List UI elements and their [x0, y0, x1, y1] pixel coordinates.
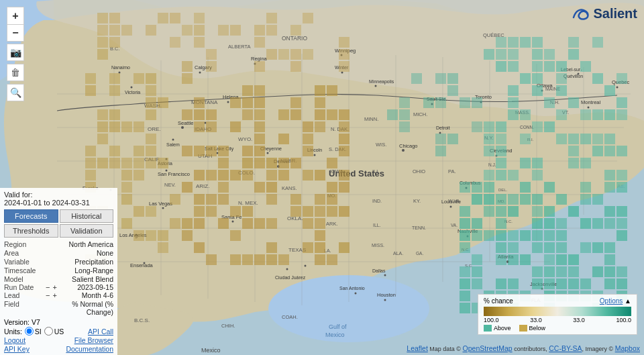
attribution: Leaflet Map data © OpenStreetMap contrib… [407, 344, 640, 352]
logout-link[interactable]: Logout [4, 336, 25, 344]
lead-label: Lead [4, 291, 44, 299]
variable-label: Variable [4, 258, 44, 266]
camera-button[interactable]: 📷 [7, 44, 24, 61]
api-call-link[interactable]: API Call [88, 327, 113, 336]
attribution-contributors: contributors, [514, 346, 547, 352]
legend-labels: 100.0 33.0 33.0 100.0 [484, 317, 631, 323]
lead-row: Lead − + Month 4-6 [4, 291, 113, 299]
version-label: Version: [4, 318, 30, 326]
salient-text: Salient [593, 6, 637, 21]
legend-value-mid-left: 33.0 [530, 317, 542, 323]
units-us-radio[interactable] [44, 327, 53, 336]
tab-row-2: Thresholds Validation [4, 224, 113, 238]
documentation-link[interactable]: Documentation [66, 345, 113, 353]
mapbox-link[interactable]: Mapbox [615, 344, 640, 352]
area-value: None [44, 249, 113, 257]
info-grid: Region North America Area None Variable … [4, 240, 113, 283]
left-panel: Valid for: 2024-01-01 to 2024-03-31 Fore… [0, 188, 117, 355]
units-si-radio[interactable] [25, 327, 34, 336]
valid-for-section: Valid for: 2024-01-01 to 2024-03-31 [4, 191, 113, 207]
field-value: % Normal (% Change) [44, 300, 113, 316]
units-label: Units: [4, 327, 22, 336]
variable-value: Precipitation [44, 258, 113, 266]
version-row: Version: V7 [4, 318, 113, 326]
search-map-button[interactable]: 🔍 [7, 84, 24, 101]
attribution-map-data: Map data © [429, 346, 461, 352]
units-si-text: SI [35, 327, 42, 336]
run-date-prev[interactable]: − [44, 283, 51, 291]
zoom-out-button[interactable]: − [7, 24, 24, 42]
options-button[interactable]: Options [600, 297, 623, 305]
timescale-label: Timescale [4, 266, 44, 274]
lead-prev[interactable]: − [44, 291, 51, 299]
ccbysa-link[interactable]: CC-BY-SA [549, 344, 582, 352]
legend: % chance Options ▲ 100.0 33.0 33.0 100.0… [478, 294, 637, 335]
delete-button[interactable]: 🗑 [7, 64, 24, 81]
model-label: Model [4, 275, 44, 283]
legend-icons-row: Above Below [484, 325, 631, 332]
version-value: V7 [32, 318, 40, 326]
legend-value-right: 100.0 [616, 317, 631, 323]
salient-logo-icon [570, 5, 590, 21]
legend-arrow: ▲ [625, 297, 631, 305]
timescale-value: Long-Range [44, 266, 113, 274]
leaflet-link[interactable]: Leaflet [407, 344, 428, 352]
zoom-in-button[interactable]: + [7, 7, 24, 24]
salient-logo: Salient [570, 5, 637, 21]
tab-validation[interactable]: Validation [60, 224, 114, 238]
attribution-imagery: Imagery © [585, 346, 613, 352]
map-tools: 📷 🗑 🔍 [7, 44, 24, 101]
zoom-controls: + − [7, 7, 24, 42]
area-label: Area [4, 249, 44, 257]
units-si-label[interactable]: SI [25, 327, 42, 336]
map-container[interactable]: Pacific Atl. Gulf of Mexico Seattle Sale… [0, 0, 644, 355]
legend-title-row: % chance Options ▲ [484, 297, 631, 305]
legend-title: % chance [484, 297, 513, 305]
run-date-label: Run Date [4, 283, 44, 291]
links-row-2: Logout File Browser [4, 336, 113, 344]
run-date-row: Run Date − + 2023-09-15 [4, 283, 113, 291]
region-value: North America [44, 240, 113, 248]
links-row-3: API Key Documentation [4, 345, 113, 353]
file-browser-link[interactable]: File Browser [74, 336, 113, 344]
legend-gradient-bar [484, 307, 631, 316]
units-us-label[interactable]: US [44, 327, 64, 336]
legend-value-mid-right: 33.0 [573, 317, 585, 323]
tab-forecasts[interactable]: Forecasts [4, 209, 58, 223]
run-date-next[interactable]: + [51, 283, 58, 291]
legend-value-left: 100.0 [484, 317, 499, 323]
field-label: Field [4, 300, 44, 316]
units-row: Units: SI US API Call [4, 327, 113, 336]
legend-above-label: Above [494, 325, 511, 332]
tab-thresholds[interactable]: Thresholds [4, 224, 58, 238]
api-key-link[interactable]: API Key [4, 345, 30, 353]
legend-swatch-below [519, 325, 527, 332]
valid-for-date: 2024-01-01 to 2024-03-31 [4, 199, 113, 207]
osm-link[interactable]: OpenStreetMap [463, 344, 513, 352]
run-date-value: 2023-09-15 [58, 283, 113, 291]
valid-for-label: Valid for: [4, 191, 113, 199]
lead-next[interactable]: + [51, 291, 58, 299]
region-label: Region [4, 240, 44, 248]
model-value: Salient Blend [44, 275, 113, 283]
legend-swatch-above [484, 325, 492, 332]
tab-historical[interactable]: Historical [60, 209, 114, 223]
lead-value: Month 4-6 [58, 291, 113, 299]
units-us-text: US [54, 327, 64, 336]
legend-below-label: Below [529, 325, 546, 332]
tab-row-1: Forecasts Historical [4, 209, 113, 223]
